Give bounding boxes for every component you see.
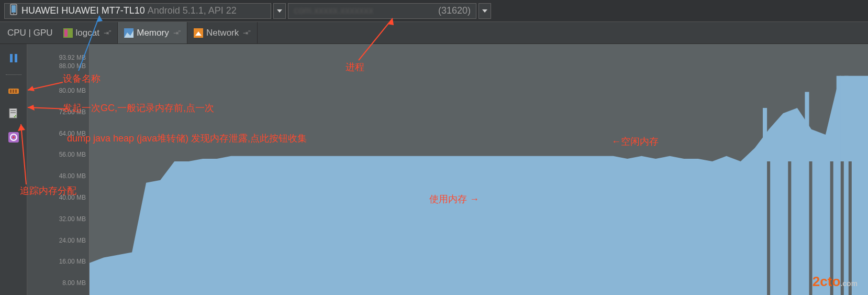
svg-rect-22 <box>784 148 788 295</box>
process-dropdown-arrow[interactable] <box>478 3 491 19</box>
device-os: Android 5.1.1, API 22 <box>148 5 237 16</box>
svg-rect-28 <box>837 76 841 295</box>
device-name: HUAWEI HUAWEI MT7-TL10 <box>21 5 145 16</box>
memory-icon <box>124 28 133 38</box>
phone-icon <box>10 4 17 18</box>
svg-rect-20 <box>763 108 767 295</box>
device-process-bar: HUAWEI HUAWEI MT7-TL10 Android 5.1.1, AP… <box>0 0 868 22</box>
tab-logcat[interactable]: logcat ⇥" <box>57 22 118 43</box>
tab-cpu-gpu[interactable]: CPU | GPU <box>0 22 57 43</box>
svg-rect-8 <box>15 54 17 62</box>
tab-cpu-label: CPU | GPU <box>7 28 53 38</box>
rail-divider <box>6 74 21 75</box>
network-icon <box>194 28 203 38</box>
tab-network[interactable]: Network ⇥" <box>187 22 258 43</box>
tab-memory[interactable]: Memory ⇥" <box>118 22 187 43</box>
device-dropdown-arrow[interactable] <box>273 3 286 19</box>
main-panel: 93.92 MB88.00 MB80.00 MB72.00 MB64.00 MB… <box>0 44 868 295</box>
pin-icon: ⇥" <box>173 29 181 37</box>
tab-logcat-label: logcat <box>76 28 99 38</box>
process-pid: (31620) <box>438 5 471 16</box>
pause-button[interactable] <box>7 51 20 65</box>
memory-plot[interactable] <box>89 44 868 295</box>
svg-point-2 <box>13 13 14 14</box>
monitor-tab-bar: CPU | GPU logcat ⇥" Memory ⇥" Network ⇥" <box>0 22 868 44</box>
device-dropdown[interactable]: HUAWEI HUAWEI MT7-TL10 Android 5.1.1, AP… <box>4 3 271 19</box>
svg-rect-1 <box>12 5 16 13</box>
process-dropdown[interactable]: com.xxxxx.xxxxxxx (31620) <box>288 3 476 19</box>
track-alloc-button[interactable] <box>7 130 20 144</box>
process-name-blurred: com.xxxxx.xxxxxxx <box>294 5 438 16</box>
dump-heap-button[interactable] <box>7 107 20 121</box>
logcat-icon <box>63 28 73 38</box>
pin-icon: ⇥" <box>243 29 250 37</box>
svg-rect-7 <box>10 54 13 62</box>
y-axis-labels: 93.92 MB88.00 MB80.00 MB72.00 MB64.00 MB… <box>27 44 89 295</box>
gc-button[interactable] <box>7 84 20 98</box>
svg-rect-23 <box>788 161 791 295</box>
svg-rect-10 <box>10 90 12 93</box>
watermark: 2cto.com <box>813 274 858 290</box>
svg-rect-11 <box>13 90 14 93</box>
tab-memory-label: Memory <box>137 28 169 38</box>
svg-rect-26 <box>826 135 830 295</box>
svg-rect-4 <box>64 29 68 37</box>
svg-rect-21 <box>767 161 770 295</box>
svg-point-18 <box>13 136 15 138</box>
tab-network-label: Network <box>206 28 239 38</box>
svg-rect-12 <box>15 90 17 93</box>
svg-rect-15 <box>10 112 16 113</box>
svg-rect-25 <box>809 161 812 295</box>
pin-icon: ⇥" <box>104 29 111 37</box>
svg-rect-30 <box>844 76 849 295</box>
left-tool-rail <box>0 44 27 295</box>
memory-chart: 93.92 MB88.00 MB80.00 MB72.00 MB64.00 MB… <box>27 44 868 295</box>
svg-rect-24 <box>805 92 809 295</box>
svg-rect-14 <box>10 110 16 111</box>
